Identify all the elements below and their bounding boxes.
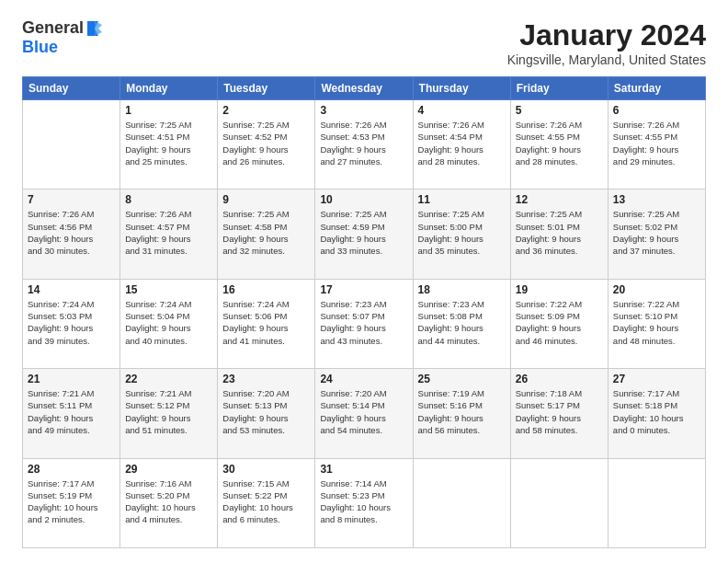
day-number: 30 [222,463,310,476]
day-cell: 11Sunrise: 7:25 AM Sunset: 5:00 PM Dayli… [413,190,510,279]
day-info: Sunrise: 7:25 AM Sunset: 4:59 PM Dayligh… [320,208,407,257]
logo-flag-icon [85,19,104,38]
day-cell: 13Sunrise: 7:25 AM Sunset: 5:02 PM Dayli… [608,190,705,279]
logo: General Blue [22,18,106,57]
header-wednesday: Wednesday [315,77,413,100]
week-row-1: 7Sunrise: 7:26 AM Sunset: 4:56 PM Daylig… [23,190,706,279]
day-info: Sunrise: 7:24 AM Sunset: 5:04 PM Dayligh… [125,298,212,347]
day-number: 19 [516,283,603,296]
day-cell: 22Sunrise: 7:21 AM Sunset: 5:12 PM Dayli… [120,369,218,458]
day-number: 4 [418,104,506,117]
day-cell: 21Sunrise: 7:21 AM Sunset: 5:11 PM Dayli… [23,369,120,458]
header-friday: Friday [510,77,608,100]
day-cell: 28Sunrise: 7:17 AM Sunset: 5:19 PM Dayli… [23,458,120,547]
week-row-2: 14Sunrise: 7:24 AM Sunset: 5:03 PM Dayli… [23,279,706,368]
day-number: 20 [613,283,700,296]
day-cell: 30Sunrise: 7:15 AM Sunset: 5:22 PM Dayli… [218,458,315,547]
day-number: 7 [28,193,115,206]
day-number: 3 [320,104,407,117]
day-cell: 12Sunrise: 7:25 AM Sunset: 5:01 PM Dayli… [510,190,608,279]
day-cell: 20Sunrise: 7:22 AM Sunset: 5:10 PM Dayli… [608,279,705,368]
day-number: 11 [418,193,506,206]
day-info: Sunrise: 7:15 AM Sunset: 5:22 PM Dayligh… [222,477,310,526]
calendar: SundayMondayTuesdayWednesdayThursdayFrid… [22,76,706,548]
day-info: Sunrise: 7:26 AM Sunset: 4:57 PM Dayligh… [125,208,212,257]
day-cell: 3Sunrise: 7:26 AM Sunset: 4:53 PM Daylig… [315,100,413,190]
day-number: 15 [125,283,212,296]
header-sunday: Sunday [23,77,120,100]
day-number: 29 [125,463,212,476]
day-number: 9 [222,193,310,206]
day-info: Sunrise: 7:24 AM Sunset: 5:06 PM Dayligh… [222,298,310,347]
day-cell [608,458,705,547]
day-number: 31 [320,463,407,476]
day-cell: 4Sunrise: 7:26 AM Sunset: 4:54 PM Daylig… [413,100,510,190]
day-number: 12 [516,193,603,206]
day-info: Sunrise: 7:26 AM Sunset: 4:56 PM Dayligh… [28,208,115,257]
day-cell: 15Sunrise: 7:24 AM Sunset: 5:04 PM Dayli… [120,279,218,368]
day-cell: 9Sunrise: 7:25 AM Sunset: 4:58 PM Daylig… [218,190,315,279]
day-info: Sunrise: 7:22 AM Sunset: 5:10 PM Dayligh… [613,298,700,347]
day-number: 22 [125,373,212,385]
day-cell: 25Sunrise: 7:19 AM Sunset: 5:16 PM Dayli… [413,369,510,458]
day-cell: 24Sunrise: 7:20 AM Sunset: 5:14 PM Dayli… [315,369,413,458]
day-cell: 18Sunrise: 7:23 AM Sunset: 5:08 PM Dayli… [413,279,510,368]
day-info: Sunrise: 7:20 AM Sunset: 5:13 PM Dayligh… [222,387,310,436]
day-number: 14 [28,283,115,296]
day-cell: 29Sunrise: 7:16 AM Sunset: 5:20 PM Dayli… [120,458,218,547]
week-row-0: 1Sunrise: 7:25 AM Sunset: 4:51 PM Daylig… [23,100,706,190]
title-block: January 2024 Kingsville, Maryland, Unite… [507,18,706,67]
day-info: Sunrise: 7:20 AM Sunset: 5:14 PM Dayligh… [320,387,407,436]
day-info: Sunrise: 7:16 AM Sunset: 5:20 PM Dayligh… [125,477,212,526]
header-thursday: Thursday [413,77,510,100]
page: General Blue January 2024 Kingsville, Ma… [0,0,728,563]
day-info: Sunrise: 7:18 AM Sunset: 5:17 PM Dayligh… [516,387,603,436]
location: Kingsville, Maryland, United States [507,52,706,67]
day-number: 24 [320,373,407,385]
day-number: 16 [222,283,310,296]
day-info: Sunrise: 7:25 AM Sunset: 4:58 PM Dayligh… [222,208,310,257]
day-cell: 10Sunrise: 7:25 AM Sunset: 4:59 PM Dayli… [315,190,413,279]
day-info: Sunrise: 7:24 AM Sunset: 5:03 PM Dayligh… [28,298,115,347]
day-cell: 7Sunrise: 7:26 AM Sunset: 4:56 PM Daylig… [23,190,120,279]
logo-general: General [22,18,84,38]
day-number: 2 [222,104,310,117]
day-info: Sunrise: 7:17 AM Sunset: 5:19 PM Dayligh… [28,477,115,526]
calendar-header-row: SundayMondayTuesdayWednesdayThursdayFrid… [23,77,706,100]
day-number: 28 [28,463,115,476]
week-row-4: 28Sunrise: 7:17 AM Sunset: 5:19 PM Dayli… [23,458,706,547]
day-info: Sunrise: 7:14 AM Sunset: 5:23 PM Dayligh… [320,477,407,526]
day-info: Sunrise: 7:26 AM Sunset: 4:55 PM Dayligh… [613,119,700,167]
day-info: Sunrise: 7:25 AM Sunset: 5:01 PM Dayligh… [516,208,603,257]
day-info: Sunrise: 7:26 AM Sunset: 4:53 PM Dayligh… [320,119,407,167]
day-info: Sunrise: 7:23 AM Sunset: 5:07 PM Dayligh… [320,298,407,347]
day-info: Sunrise: 7:21 AM Sunset: 5:12 PM Dayligh… [125,387,212,436]
day-number: 8 [125,193,212,206]
day-number: 10 [320,193,407,206]
day-number: 5 [516,104,603,117]
day-info: Sunrise: 7:17 AM Sunset: 5:18 PM Dayligh… [613,387,700,436]
header-monday: Monday [120,77,218,100]
day-number: 26 [516,373,603,385]
day-info: Sunrise: 7:25 AM Sunset: 5:02 PM Dayligh… [613,208,700,257]
day-number: 27 [613,373,700,385]
week-row-3: 21Sunrise: 7:21 AM Sunset: 5:11 PM Dayli… [23,369,706,458]
day-cell: 1Sunrise: 7:25 AM Sunset: 4:51 PM Daylig… [120,100,218,190]
day-info: Sunrise: 7:25 AM Sunset: 4:51 PM Dayligh… [125,119,212,167]
day-number: 25 [418,373,506,385]
day-info: Sunrise: 7:25 AM Sunset: 4:52 PM Dayligh… [222,119,310,167]
day-number: 1 [125,104,212,117]
day-cell: 2Sunrise: 7:25 AM Sunset: 4:52 PM Daylig… [218,100,315,190]
day-info: Sunrise: 7:25 AM Sunset: 5:00 PM Dayligh… [418,208,506,257]
day-cell [413,458,510,547]
day-cell: 19Sunrise: 7:22 AM Sunset: 5:09 PM Dayli… [510,279,608,368]
header-tuesday: Tuesday [218,77,315,100]
day-cell: 5Sunrise: 7:26 AM Sunset: 4:55 PM Daylig… [510,100,608,190]
day-cell: 27Sunrise: 7:17 AM Sunset: 5:18 PM Dayli… [608,369,705,458]
header: General Blue January 2024 Kingsville, Ma… [22,18,706,67]
day-info: Sunrise: 7:23 AM Sunset: 5:08 PM Dayligh… [418,298,506,347]
day-info: Sunrise: 7:26 AM Sunset: 4:54 PM Dayligh… [418,119,506,167]
month-title: January 2024 [507,18,706,52]
day-number: 17 [320,283,407,296]
day-info: Sunrise: 7:26 AM Sunset: 4:55 PM Dayligh… [516,119,603,167]
